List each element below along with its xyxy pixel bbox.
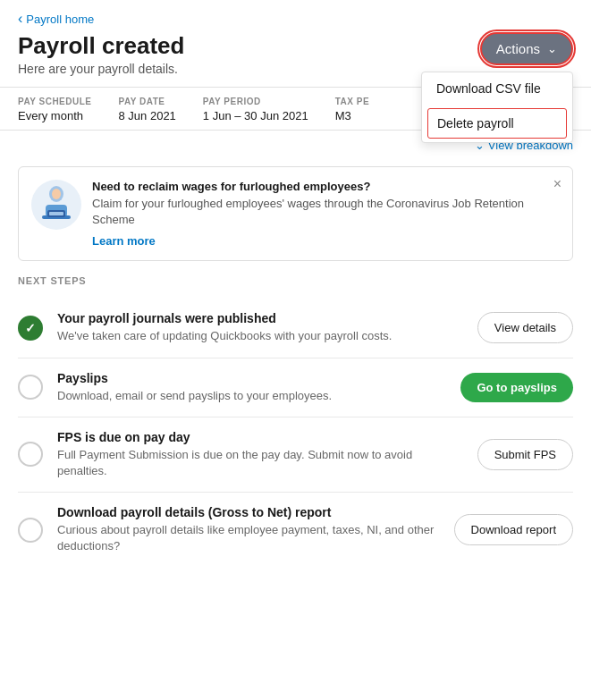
actions-dropdown-menu: Download CSV file Delete payroll: [421, 72, 573, 143]
step-payslips-desc: Download, email or send payslips to your…: [57, 388, 446, 404]
back-link[interactable]: Payroll home: [0, 0, 591, 32]
pay-schedule-value: Every month: [18, 109, 83, 122]
svg-rect-5: [49, 212, 63, 215]
step-fps-desc: Full Payment Submission is due on the pa…: [57, 447, 463, 479]
furlough-banner: Need to reclaim wages for furloughed emp…: [18, 166, 573, 261]
pay-period-label: PAY PERIOD: [203, 97, 308, 106]
step-payslips-radio: [18, 375, 43, 400]
pay-date-detail: PAY DATE 8 Jun 2021: [119, 97, 176, 122]
pay-date-label: PAY DATE: [119, 97, 176, 106]
pay-period-detail: PAY PERIOD 1 Jun – 30 Jun 2021: [203, 97, 308, 122]
pay-period-value: 1 Jun – 30 Jun 2021: [203, 109, 308, 122]
banner-close-button[interactable]: ×: [553, 176, 561, 192]
step-payslips-title: Payslips: [57, 371, 446, 385]
next-steps-label: NEXT STEPS: [18, 275, 573, 286]
step-download-report-title: Download payroll details (Gross to Net) …: [57, 505, 440, 519]
download-csv-item[interactable]: Download CSV file: [422, 72, 572, 105]
banner-learn-more-link[interactable]: Learn more: [92, 234, 156, 248]
banner-title: Need to reclaim wages for furloughed emp…: [92, 180, 560, 193]
step-fps-btn[interactable]: Submit FPS: [477, 439, 573, 470]
tax-period-detail: TAX PE M3: [335, 97, 369, 122]
step-journals-btn[interactable]: View details: [477, 312, 573, 343]
step-journals-info: Your payroll journals were published We'…: [57, 311, 463, 344]
actions-button[interactable]: Actions ⌄: [480, 32, 573, 65]
step-journals-title: Your payroll journals were published: [57, 311, 463, 325]
step-download-report-radio: [18, 518, 43, 543]
chevron-down-icon: ⌄: [547, 42, 557, 55]
tax-period-label: TAX PE: [335, 97, 369, 106]
banner-content: Need to reclaim wages for furloughed emp…: [92, 180, 560, 248]
step-fps-title: FPS is due on pay day: [57, 430, 463, 444]
delete-payroll-item[interactable]: Delete payroll: [427, 108, 567, 139]
step-download-report: Download payroll details (Gross to Net) …: [18, 493, 573, 567]
step-fps-info: FPS is due on pay day Full Payment Submi…: [57, 430, 463, 479]
header-section: Payroll created Here are your payroll de…: [0, 32, 591, 87]
actions-label: Actions: [496, 41, 540, 56]
step-payslips-btn[interactable]: Go to payslips: [460, 373, 573, 402]
step-download-report-desc: Curious about payroll details like emplo…: [57, 522, 440, 554]
banner-illustration: [31, 180, 81, 230]
tax-period-value: M3: [335, 109, 351, 122]
pay-date-value: 8 Jun 2021: [119, 109, 176, 122]
banner-desc: Claim for your furloughed employees' wag…: [92, 196, 560, 228]
actions-dropdown-wrapper: Actions ⌄ Download CSV file Delete payro…: [480, 32, 573, 65]
step-download-report-btn[interactable]: Download report: [454, 514, 573, 545]
pay-schedule-label: PAY SCHEDULE: [18, 97, 92, 106]
step-download-report-info: Download payroll details (Gross to Net) …: [57, 505, 440, 554]
step-journals: Your payroll journals were published We'…: [18, 299, 573, 358]
step-payslips: Payslips Download, email or send payslip…: [18, 358, 573, 417]
step-journals-radio: [18, 316, 43, 341]
step-payslips-info: Payslips Download, email or send payslip…: [57, 371, 446, 404]
step-journals-desc: We've taken care of updating Quickbooks …: [57, 328, 463, 344]
svg-point-3: [52, 189, 61, 199]
step-fps: FPS is due on pay day Full Payment Submi…: [18, 417, 573, 493]
pay-schedule-detail: PAY SCHEDULE Every month: [18, 97, 92, 122]
next-steps-section: NEXT STEPS Your payroll journals were pu…: [0, 275, 591, 567]
step-fps-radio: [18, 442, 43, 467]
